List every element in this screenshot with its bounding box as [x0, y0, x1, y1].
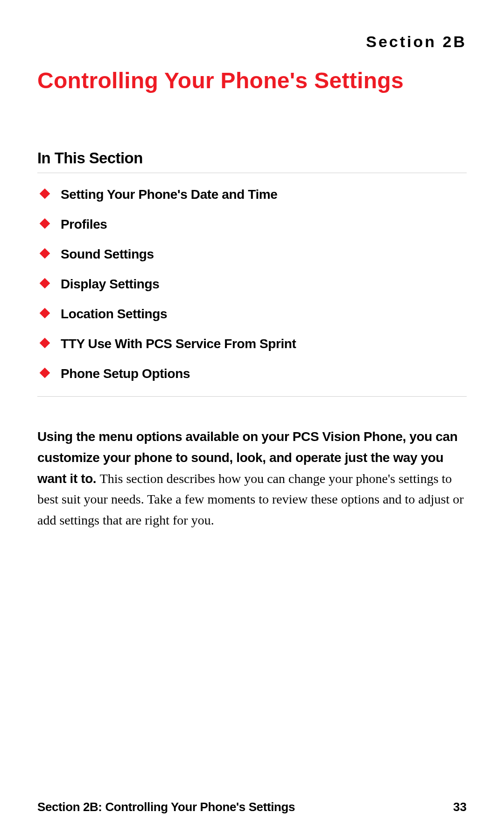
list-item-label: Profiles [61, 217, 107, 232]
body-paragraph: Using the menu options available on your… [37, 427, 467, 531]
divider [37, 396, 467, 397]
list-item-label: TTY Use With PCS Service From Sprint [61, 336, 296, 351]
page-footer: Section 2B: Controlling Your Phone's Set… [37, 800, 467, 814]
toc-list: Setting Your Phone's Date and Time Profi… [37, 187, 467, 381]
list-item: Phone Setup Options [41, 366, 467, 381]
list-item: Profiles [41, 217, 467, 232]
list-item: TTY Use With PCS Service From Sprint [41, 336, 467, 351]
list-item: Location Settings [41, 307, 467, 322]
list-item-label: Setting Your Phone's Date and Time [61, 187, 277, 202]
diamond-icon [40, 218, 50, 229]
diamond-icon [40, 278, 50, 289]
diamond-icon [40, 368, 50, 378]
subsection-title: In This Section [37, 149, 467, 173]
page-number: 33 [453, 800, 467, 814]
list-item: Sound Settings [41, 247, 467, 262]
list-item-label: Phone Setup Options [61, 366, 190, 381]
page-title: Controlling Your Phone's Settings [37, 68, 467, 93]
section-label: Section 2B [37, 33, 467, 51]
list-item-label: Display Settings [61, 277, 159, 292]
footer-section-label: Section 2B: Controlling Your Phone's Set… [37, 800, 295, 814]
list-item-label: Sound Settings [61, 247, 154, 262]
diamond-icon [40, 248, 50, 259]
list-item: Display Settings [41, 277, 467, 292]
diamond-icon [40, 189, 50, 199]
diamond-icon [40, 338, 50, 349]
list-item-label: Location Settings [61, 307, 167, 322]
body-text: This section describes how you can chang… [37, 471, 464, 528]
list-item: Setting Your Phone's Date and Time [41, 187, 467, 202]
diamond-icon [40, 308, 50, 319]
